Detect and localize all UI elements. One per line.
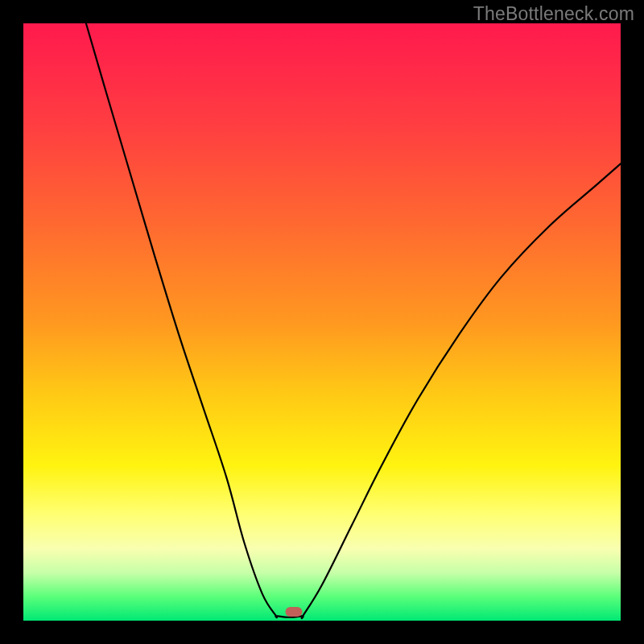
plot-area	[23, 23, 621, 621]
bottleneck-curve	[23, 23, 621, 621]
valley-marker	[286, 607, 303, 617]
chart-frame: TheBottleneck.com	[0, 0, 644, 644]
watermark-text: TheBottleneck.com	[473, 3, 634, 25]
